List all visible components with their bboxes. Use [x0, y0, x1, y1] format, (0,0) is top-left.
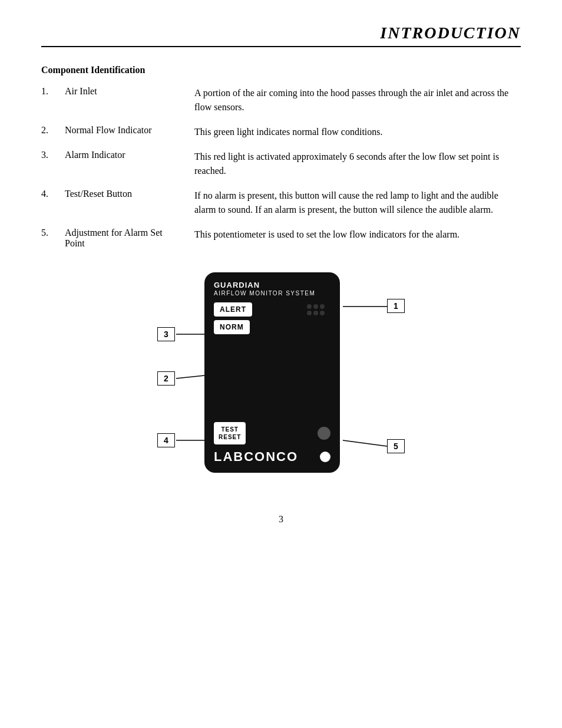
svg-line-4	[343, 440, 387, 446]
diagram-area: 1 3 2 4 5 GUARDIAN AIRFLOW MONITOR SYSTE…	[41, 266, 521, 490]
component-name-2: Normal Flow Indicator	[65, 125, 194, 136]
device-alert-row: ALERT	[214, 302, 330, 317]
component-number-3: 3.	[41, 150, 65, 160]
component-list: 1. Air Inlet A portion of the air coming…	[41, 86, 521, 249]
component-desc-4: If no alarm is present, this button will…	[194, 189, 521, 217]
component-name-4: Test/Reset Button	[65, 189, 194, 199]
device-test-reset-button: TEST RESET	[214, 422, 246, 444]
device-middle-space	[214, 338, 330, 422]
component-item-5: 5. Adjustment for Alarm Set Point This p…	[41, 228, 521, 249]
device-panel: GUARDIAN AIRFLOW MONITOR SYSTEM ALERT	[204, 272, 340, 473]
component-number-4: 4.	[41, 189, 65, 199]
device-norm-button: NORM	[214, 320, 250, 334]
dot-2	[313, 304, 318, 309]
device-labconco-text: LABCONCO	[214, 449, 298, 465]
dot-6	[320, 311, 325, 315]
component-item-1: 1. Air Inlet A portion of the air coming…	[41, 86, 521, 114]
component-desc-2: This green light indicates normal flow c…	[194, 125, 521, 139]
device-dots	[307, 304, 330, 315]
svg-line-2	[176, 375, 204, 378]
component-name-5: Adjustment for Alarm Set Point	[65, 228, 194, 249]
callout-3: 3	[157, 327, 175, 341]
callout-5: 5	[387, 439, 405, 453]
device-alert-button: ALERT	[214, 302, 252, 317]
callout-1: 1	[387, 299, 405, 313]
dot-1	[307, 304, 312, 309]
device-test-reset-row: TEST RESET	[214, 422, 330, 448]
component-item-2: 2. Normal Flow Indicator This green ligh…	[41, 125, 521, 139]
component-desc-1: A portion of the air coming into the hoo…	[194, 86, 521, 114]
device-norm-row: NORM	[214, 320, 330, 334]
device-brand-guardian: GUARDIAN	[214, 281, 330, 289]
component-desc-5: This potentiometer is used to set the lo…	[194, 228, 521, 242]
device-labconco-row: LABCONCO	[214, 449, 330, 465]
device-potentiometer	[318, 427, 330, 440]
component-item-4: 4. Test/Reset Button If no alarm is pres…	[41, 189, 521, 217]
section-heading: Component Identification	[41, 65, 521, 75]
callout-2: 2	[157, 371, 175, 386]
component-number-1: 1.	[41, 86, 65, 97]
page-title: INTRODUCTION	[380, 24, 521, 42]
diagram-wrapper: 1 3 2 4 5 GUARDIAN AIRFLOW MONITOR SYSTE…	[134, 266, 428, 490]
component-item-3: 3. Alarm Indicator This red light is act…	[41, 150, 521, 178]
page-number: 3	[41, 514, 521, 525]
component-number-2: 2.	[41, 125, 65, 136]
device-labconco-dot	[320, 452, 330, 462]
component-name-1: Air Inlet	[65, 86, 194, 97]
component-name-3: Alarm Indicator	[65, 150, 194, 160]
page-header: INTRODUCTION	[41, 24, 521, 47]
dot-4	[307, 311, 312, 315]
component-desc-3: This red light is activated approximatel…	[194, 150, 521, 178]
callout-4: 4	[157, 433, 175, 447]
dot-5	[313, 311, 318, 315]
component-number-5: 5.	[41, 228, 65, 238]
device-brand-sub: AIRFLOW MONITOR SYSTEM	[214, 290, 330, 297]
dot-3	[320, 304, 325, 309]
